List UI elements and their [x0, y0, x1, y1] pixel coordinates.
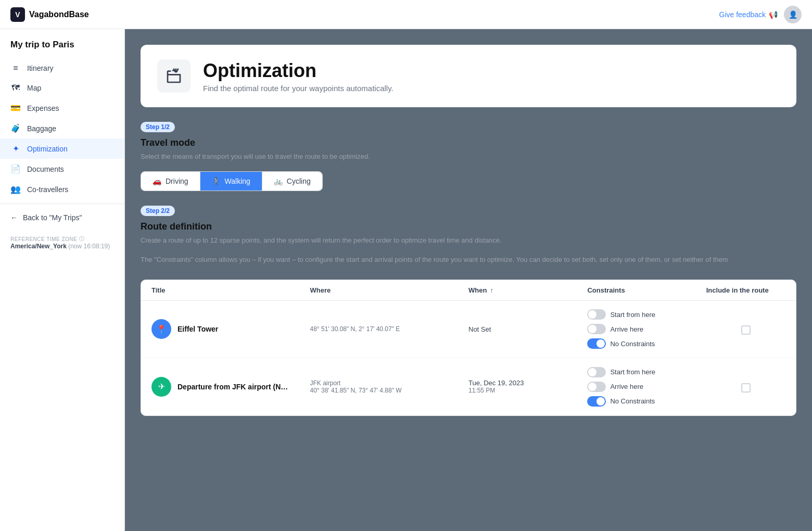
cycling-label: Cycling [287, 177, 311, 185]
logo-text: VagabondBase [29, 10, 89, 19]
sidebar-item-documents[interactable]: 📄 Documents [0, 159, 124, 179]
step2-badge: Step 2/2 [141, 206, 175, 216]
step2-title: Route definition [141, 221, 796, 232]
walking-label: Walking [225, 177, 250, 185]
jfk-name: Departure from JFK airport (N… [177, 383, 288, 391]
sidebar-item-map[interactable]: 🗺 Map [0, 78, 124, 98]
eiffel-arrive-row: Arrive here [587, 324, 706, 334]
place-cell-eiffel: 📍 Eiffel Tower [151, 319, 310, 339]
sidebar-trip-title: My trip to Paris [0, 40, 124, 58]
sidebar-item-baggage[interactable]: 🧳 Baggage [0, 118, 124, 138]
reference-timezone: REFERENCE TIME ZONE ⓘ America/New_York (… [0, 227, 124, 250]
eiffel-arrive-label: Arrive here [610, 325, 643, 333]
eiffel-noconstraint-toggle[interactable] [587, 338, 606, 349]
sidebar-item-label-cotravellers: Co-travellers [27, 185, 68, 194]
sidebar: My trip to Paris ≡ Itinerary 🗺 Map 💳 Exp… [0, 29, 125, 531]
travel-mode-walking[interactable]: 🚶 Walking [200, 172, 262, 191]
eiffel-include-checkbox[interactable] [741, 325, 751, 335]
jfk-constraints: Start from here Arrive here No Constrain… [587, 367, 706, 407]
walking-icon: 🚶 [212, 177, 221, 185]
expenses-icon: 💳 [10, 103, 21, 113]
jfk-include-cell [706, 381, 785, 393]
step2-desc1: Create a route of up to 12 sparse points… [141, 235, 796, 246]
eiffel-start-toggle[interactable] [587, 309, 606, 320]
optimization-header-card: Optimization Find the optimal route for … [141, 45, 796, 107]
opt-header-text: Optimization Find the optimal route for … [203, 60, 394, 93]
main-content: Optimization Find the optimal route for … [125, 29, 812, 531]
opt-icon-box [157, 59, 191, 93]
eiffel-icon: 📍 [151, 319, 171, 339]
table-header: Title Where When ↑ Constraints Include i… [141, 280, 796, 301]
ref-timezone-value: America/New_York (now 16:08:19) [10, 243, 114, 250]
step1-section: Step 1/2 Travel mode Select the means of… [141, 122, 796, 191]
give-feedback-button[interactable]: Give feedback 📢 [719, 10, 778, 19]
give-feedback-label: Give feedback [719, 10, 766, 19]
table-row: 📍 Eiffel Tower 48° 51' 30.08" N, 2° 17' … [141, 301, 796, 358]
place-cell-jfk: ✈ Departure from JFK airport (N… [151, 377, 310, 397]
table-row: ✈ Departure from JFK airport (N… JFK air… [141, 358, 796, 415]
col-when: When ↑ [468, 286, 587, 294]
ref-timezone-now: (now 16:08:19) [68, 243, 110, 250]
cotravellers-icon: 👥 [10, 184, 21, 194]
sidebar-item-optimization[interactable]: ✦ Optimization [0, 138, 124, 159]
eiffel-noconstraint-row: No Constraints [587, 338, 706, 349]
driving-label: Driving [166, 177, 188, 185]
step2-section: Step 2/2 Route definition Create a route… [141, 206, 796, 265]
jfk-arrive-row: Arrive here [587, 382, 706, 392]
optimization-subtitle: Find the optimal route for your waypoint… [203, 84, 394, 93]
map-icon: 🗺 [10, 83, 21, 93]
help-icon[interactable]: ⓘ [79, 235, 85, 243]
col-include: Include in the route [706, 286, 785, 294]
jfk-icon: ✈ [151, 377, 171, 397]
megaphone-icon: 📢 [769, 10, 778, 19]
step1-title: Travel mode [141, 137, 796, 148]
jfk-noconstraint-label: No Constraints [610, 397, 655, 405]
sidebar-item-label-documents: Documents [27, 165, 64, 173]
back-to-trips-item[interactable]: ← Back to "My Trips" [0, 208, 124, 227]
travel-mode-driving[interactable]: 🚗 Driving [141, 172, 200, 191]
optimization-title: Optimization [203, 60, 394, 82]
jfk-where: JFK airport 40° 38' 41.85" N, 73° 47' 4.… [310, 380, 469, 394]
jfk-start-row: Start from here [587, 367, 706, 377]
sidebar-item-cotravellers[interactable]: 👥 Co-travellers [0, 179, 124, 199]
eiffel-include-cell [706, 323, 785, 335]
eiffel-where: 48° 51' 30.08" N, 2° 17' 40.07" E [310, 325, 469, 333]
jfk-include-checkbox[interactable] [741, 383, 751, 393]
back-arrow-icon: ← [10, 213, 18, 222]
col-constraints: Constraints [587, 286, 706, 294]
eiffel-when: Not Set [468, 325, 587, 333]
eiffel-arrive-toggle[interactable] [587, 324, 606, 334]
sidebar-item-label-expenses: Expenses [27, 104, 59, 112]
eiffel-start-row: Start from here [587, 309, 706, 320]
avatar[interactable]: 👤 [784, 6, 802, 23]
step2-desc2: The "Constraints" column allows you – if… [141, 255, 796, 265]
jfk-noconstraint-toggle[interactable] [587, 396, 606, 407]
col-title: Title [151, 286, 310, 294]
sort-icon[interactable]: ↑ [490, 286, 493, 294]
jfk-noconstraint-row: No Constraints [587, 396, 706, 407]
eiffel-constraints: Start from here Arrive here No Constrain… [587, 309, 706, 349]
sidebar-item-itinerary[interactable]: ≡ Itinerary [0, 58, 124, 78]
topbar-right: Give feedback 📢 👤 [719, 6, 802, 23]
svg-line-1 [176, 69, 178, 72]
travel-mode-group: 🚗 Driving 🚶 Walking 🚲 Cycling [141, 171, 323, 191]
sidebar-divider [0, 204, 124, 204]
jfk-start-toggle[interactable] [587, 367, 606, 377]
step1-desc: Select the means of transport you will u… [141, 151, 796, 162]
col-where: Where [310, 286, 469, 294]
jfk-when: Tue, Dec 19, 2023 11:55 PM [468, 379, 587, 394]
jfk-arrive-label: Arrive here [610, 383, 643, 390]
driving-icon: 🚗 [153, 177, 161, 185]
sidebar-item-label-map: Map [27, 84, 41, 92]
travel-mode-cycling[interactable]: 🚲 Cycling [262, 172, 322, 191]
cycling-icon: 🚲 [274, 177, 283, 185]
logo[interactable]: V VagabondBase [10, 7, 89, 22]
sidebar-item-expenses[interactable]: 💳 Expenses [0, 98, 124, 118]
jfk-arrive-toggle[interactable] [587, 382, 606, 392]
topbar: V VagabondBase Give feedback 📢 👤 [0, 0, 812, 29]
sidebar-item-label-optimization: Optimization [27, 145, 68, 153]
sidebar-item-label-baggage: Baggage [27, 124, 56, 133]
itinerary-icon: ≡ [10, 64, 21, 73]
back-to-trips-label: Back to "My Trips" [23, 213, 82, 222]
ref-timezone-label: REFERENCE TIME ZONE ⓘ [10, 235, 114, 243]
